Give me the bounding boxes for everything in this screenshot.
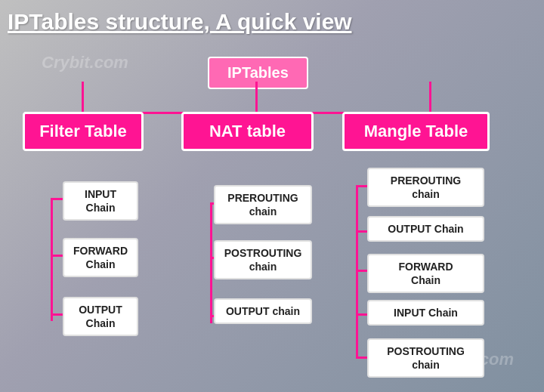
mangle-table-box: Mangle Table	[342, 112, 490, 151]
nat-prerouting-chain: PREROUTING chain	[214, 185, 312, 224]
mangle-output-chain: OUTPUT Chain	[367, 216, 484, 242]
mangle-h-connector-1	[356, 185, 367, 187]
page-title: IPTables structure, A quick view	[8, 9, 352, 35]
mangle-prerouting-chain: PREROUTING chain	[367, 168, 484, 207]
root-down-line-filter	[82, 82, 84, 112]
nat-postrouting-chain: POSTROUTING chain	[214, 240, 312, 279]
mangle-postrouting-chain: POSTROUTING chain	[367, 338, 484, 378]
mangle-h-connector-4	[356, 313, 367, 316]
filter-h-connector-3	[51, 313, 63, 316]
nat-output-chain: OUTPUT chain	[214, 298, 312, 324]
root-vertical-line	[255, 82, 258, 113]
watermark-top: Crybit.com	[42, 53, 128, 73]
mangle-h-connector-5	[356, 357, 367, 359]
filter-forward-chain: FORWARD Chain	[63, 238, 138, 277]
filter-h-connector-1	[51, 198, 63, 200]
root-down-line-mangle	[429, 82, 431, 112]
filter-table-box: Filter Table	[23, 112, 144, 151]
filter-output-chain: OUTPUT Chain	[63, 297, 138, 336]
mangle-h-connector-3	[356, 270, 367, 272]
iptables-root-box: IPTables	[208, 57, 308, 89]
mangle-forward-chain: FORWARD Chain	[367, 254, 484, 293]
mangle-input-chain: INPUT Chain	[367, 300, 484, 326]
nat-vertical-connector	[210, 202, 212, 323]
filter-vertical-connector	[51, 198, 53, 321]
mangle-h-connector-2	[356, 230, 367, 233]
nat-table-box: NAT table	[181, 112, 314, 151]
filter-h-connector-2	[51, 255, 63, 257]
filter-input-chain: INPUT Chain	[63, 181, 138, 221]
